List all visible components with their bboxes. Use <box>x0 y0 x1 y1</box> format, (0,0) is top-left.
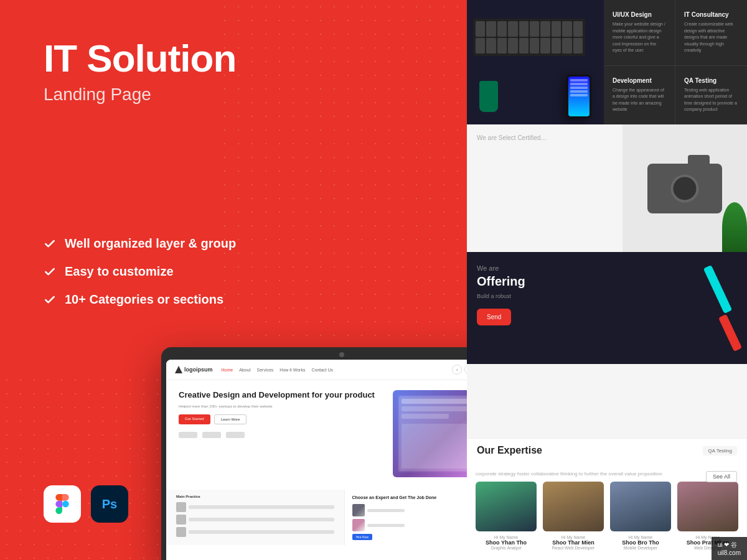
mini-logo-p2 <box>202 432 221 438</box>
photoshop-icon: Ps <box>91 485 128 523</box>
left-panel: IT Solution Landing Page Well organized … <box>0 0 467 560</box>
team-photo-4 <box>677 482 738 531</box>
key-8 <box>552 21 561 37</box>
figma-icon <box>44 485 81 523</box>
phone-in-img <box>566 75 591 118</box>
svc-desc-qa: Testing web application animation short … <box>684 87 738 113</box>
svc-title-it: IT Consultancy <box>684 11 738 18</box>
left-content: IT Solution Landing Page <box>0 0 467 179</box>
mini-expert-card-2 <box>352 519 467 531</box>
mini-bottom-section: Main Practice <box>166 490 467 545</box>
key-11 <box>476 38 485 54</box>
team-hi-1: Hi My Name <box>476 535 537 539</box>
key-12 <box>486 38 496 54</box>
mini-expert-cards <box>352 504 467 531</box>
team-grid: Hi My Name Shoo Yhan Tho Graphic Analyst… <box>476 482 738 550</box>
laptop: logoipsum Home About Services How it Wor… <box>161 347 467 560</box>
mini-expert-line-2 <box>367 524 405 527</box>
svc-desc-dev: Change the appearance of a design into c… <box>613 87 666 113</box>
team-subtext: corporate strategy foster collaborative … <box>476 471 738 477</box>
key-14 <box>508 38 517 54</box>
plant-decoration <box>722 202 747 252</box>
laptop-mockup: logoipsum Home About Services How it Wor… <box>161 347 467 560</box>
phone-row-1 <box>570 79 588 82</box>
phone-row-2 <box>570 83 588 85</box>
watermark-line2: uil8.com <box>718 549 741 556</box>
second-row: We are Select Certified... <box>467 124 747 252</box>
expertise-badge: QA Testing <box>703 446 737 455</box>
bottom-section: Our Expertise QA Testing See All corpora… <box>467 438 747 560</box>
mini-expert-line-1 <box>367 509 405 512</box>
mini-cell-2 <box>189 518 334 521</box>
key-9 <box>562 21 571 37</box>
expertise-title: Our Expertise <box>477 445 542 456</box>
feature-item-1: Well organized layer & group <box>44 236 236 251</box>
service-card-uiux: UI/UX Design Make your website design / … <box>604 0 675 66</box>
second-left: We are Select Certified... <box>467 124 622 252</box>
phone-row-5 <box>570 94 588 96</box>
top-img-left <box>467 0 604 124</box>
expertise-bar: Our Expertise QA Testing <box>467 438 747 462</box>
key-10 <box>573 21 583 37</box>
key-3 <box>497 21 507 37</box>
nav-link-how: How it Works <box>280 368 305 372</box>
nav-link-services: Services <box>256 368 273 372</box>
offering-title: Offering <box>477 274 737 289</box>
mini-nav-links: Home About Services How it Works Contact… <box>222 368 444 372</box>
service-card-it: IT Consultancy Create customizable web d… <box>675 0 747 66</box>
laptop-camera <box>339 352 344 357</box>
mini-table-row-1 <box>176 502 334 512</box>
offering-send-btn[interactable]: Send <box>477 309 511 325</box>
check-icon-1 <box>44 238 56 250</box>
keyboard-visual <box>473 19 585 56</box>
mini-nav: logoipsum Home About Services How it Wor… <box>166 360 467 380</box>
key-15 <box>519 38 529 54</box>
team-hi-3: Hi My Name <box>610 535 671 539</box>
team-role-1: Graphic Analyst <box>476 546 537 550</box>
feature-text-1: Well organized layer & group <box>65 236 236 251</box>
team-section: See All corporate strategy foster collab… <box>467 462 747 560</box>
tool-icons: Ps <box>44 485 128 523</box>
svc-desc-uiux: Make your website design / mobile applic… <box>613 21 666 54</box>
mini-get-started-btn[interactable]: Get Started <box>179 414 210 424</box>
key-16 <box>530 38 539 54</box>
mini-table-row-3 <box>176 527 334 537</box>
right-panel: UI/UX Design Make your website design / … <box>467 0 747 560</box>
mini-logo-p3 <box>226 432 245 438</box>
top-row: UI/UX Design Make your website design / … <box>467 0 747 124</box>
offering-section: We are Offering Build a robust Send <box>467 252 747 364</box>
features-list: Well organized layer & group Easy to cus… <box>44 236 236 320</box>
mini-hero-text: Creative Design and Development for your… <box>179 390 387 477</box>
key-2 <box>486 21 496 37</box>
mini-table-row-2 <box>176 515 334 525</box>
team-photo-2 <box>543 482 604 531</box>
key-7 <box>540 21 550 37</box>
key-5 <box>519 21 529 37</box>
camera-lens <box>671 174 699 202</box>
service-card-dev: Development Change the appearance of a d… <box>604 66 675 125</box>
nav-circle-1: ‹ <box>452 365 462 375</box>
mini-expert-img-2 <box>352 519 365 531</box>
offering-label: We are <box>477 264 737 272</box>
mini-learn-more-btn[interactable]: Learn More <box>214 414 247 424</box>
offering-text: We are Offering Build a robust Send <box>477 264 737 325</box>
mini-hero-title: Creative Design and Development for your… <box>179 390 387 401</box>
team-member-1: Hi My Name Shoo Yhan Tho Graphic Analyst <box>476 482 537 550</box>
team-member-3: Hi My Name Shoo Bro Tho Mobile Developer <box>610 482 671 550</box>
team-member-2: Hi My Name Shoo Thar Mien React Web Deve… <box>543 482 604 550</box>
main-title: IT Solution <box>44 37 423 80</box>
services-grid: UI/UX Design Make your website design / … <box>604 0 747 125</box>
services-dark-panel: UI/UX Design Make your website design / … <box>604 0 747 124</box>
check-icon-3 <box>44 294 56 306</box>
team-photo-1 <box>476 482 537 531</box>
team-role-2: React Web Developer <box>543 546 604 550</box>
see-all-btn[interactable]: See All <box>706 471 737 482</box>
check-icon-2 <box>44 266 56 278</box>
key-13 <box>497 38 507 54</box>
key-19 <box>562 38 571 54</box>
team-photo-3 <box>610 482 671 531</box>
mini-expert-btn[interactable]: Hire Now <box>352 534 373 540</box>
mini-table: Main Practice <box>166 490 344 545</box>
team-name-1: Shoo Yhan Tho <box>476 539 537 546</box>
svc-title-uiux: UI/UX Design <box>613 11 666 18</box>
